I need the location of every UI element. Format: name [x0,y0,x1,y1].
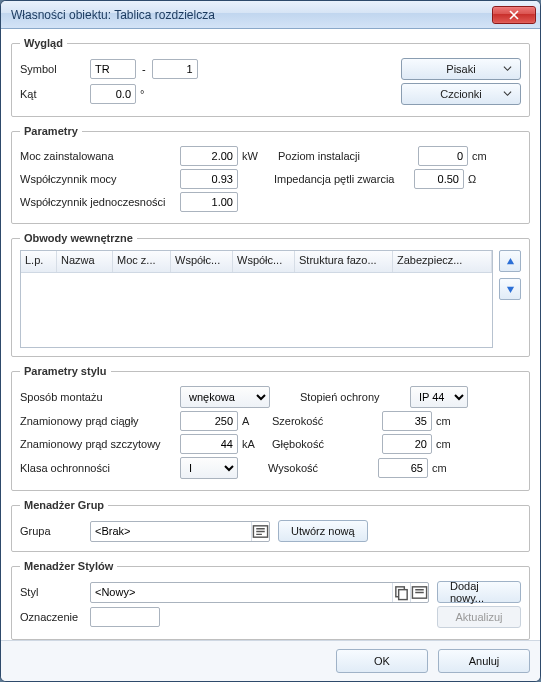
style-manager-legend: Menadżer Stylów [20,560,117,572]
dialog-footer: OK Anuluj [1,640,540,681]
fonts-button[interactable]: Czcionki [401,83,521,105]
coincidence-label: Współczynnik jednoczesności [20,196,180,208]
marking-input[interactable] [90,607,160,627]
chevron-down-icon [503,88,512,100]
create-group-button[interactable]: Utwórz nową [278,520,368,542]
peak-current-label: Znamionowy prąd szczytowy [20,438,180,450]
style-manager-group: Menadżer Stylów Styl <Nowy> Dodaj nowy..… [11,560,530,640]
depth-input[interactable] [382,434,432,454]
col-phase[interactable]: Struktura fazo... [295,251,393,272]
install-level-input[interactable] [418,146,468,166]
protection-class-label: Klasa ochronności [20,462,180,474]
arrow-up-icon [506,257,515,266]
col-coef2[interactable]: Współc... [233,251,295,272]
col-power[interactable]: Moc z... [113,251,171,272]
browse-icon[interactable] [410,583,428,602]
height-input[interactable] [378,458,428,478]
circuits-table[interactable]: L.p. Nazwa Moc z... Współc... Współc... … [20,250,493,348]
close-icon [509,10,519,20]
width-label: Szerokość [272,415,382,427]
browse-icon[interactable] [251,522,269,541]
appearance-legend: Wygląd [20,37,67,49]
mounting-label: Sposób montażu [20,391,180,403]
group-picker[interactable]: <Brak> [90,521,270,542]
install-level-unit: cm [472,150,487,162]
marking-label: Oznaczenie [20,611,90,623]
angle-input[interactable] [90,84,136,104]
rated-current-input[interactable] [180,411,238,431]
protection-degree-select[interactable]: IP 44 [410,386,468,408]
close-button[interactable] [492,6,536,24]
dialog-window: Własności obiektu: Tablica rozdzielcza W… [0,0,541,682]
svg-rect-2 [399,589,408,599]
depth-unit: cm [436,438,451,450]
group-manager-legend: Menadżer Grup [20,499,108,511]
style-value: <Nowy> [95,586,392,598]
ok-button[interactable]: OK [336,649,428,673]
symbol-number-input[interactable] [152,59,198,79]
group-manager-group: Menadżer Grup Grupa <Brak> Utwórz nową [11,499,530,552]
copy-icon[interactable] [392,583,410,602]
angle-unit: ° [140,88,144,100]
install-level-label: Poziom instalacji [278,150,418,162]
pens-button-label: Pisaki [446,63,475,75]
add-style-button[interactable]: Dodaj nowy... [437,581,521,603]
style-params-group: Parametry stylu Sposób montażu wnękowa S… [11,365,530,491]
parameters-group: Parametry Moc zainstalowana kW Poziom in… [11,125,530,224]
protection-degree-label: Stopień ochrony [300,391,410,403]
power-factor-input[interactable] [180,169,238,189]
mounting-select[interactable]: wnękowa [180,386,270,408]
window-title: Własności obiektu: Tablica rozdzielcza [11,8,492,22]
protection-class-select[interactable]: I [180,457,238,479]
rated-current-label: Znamionowy prąd ciągły [20,415,180,427]
group-value: <Brak> [95,525,251,537]
depth-label: Głębokość [272,438,382,450]
col-prot[interactable]: Zabezpiecz... [393,251,492,272]
fault-loop-label: Impedancja pętli zwarcia [274,173,414,185]
power-factor-label: Współczynnik mocy [20,173,180,185]
style-picker[interactable]: <Nowy> [90,582,429,603]
col-coef1[interactable]: Współc... [171,251,233,272]
symbol-prefix-input[interactable] [90,59,136,79]
parameters-legend: Parametry [20,125,82,137]
appearance-group: Wygląd Symbol - Pisaki Kąt ° Czcionki [11,37,530,117]
width-unit: cm [436,415,451,427]
style-label: Styl [20,586,90,598]
peak-current-unit: kA [242,438,268,450]
cancel-button[interactable]: Anuluj [438,649,530,673]
installed-power-label: Moc zainstalowana [20,150,180,162]
rated-current-unit: A [242,415,268,427]
table-header: L.p. Nazwa Moc z... Współc... Współc... … [21,251,492,273]
coincidence-input[interactable] [180,192,238,212]
circuits-group: Obwody wewnętrzne L.p. Nazwa Moc z... Ws… [11,232,530,357]
fault-loop-input[interactable] [414,169,464,189]
height-label: Wysokość [268,462,378,474]
update-style-button[interactable]: Aktualizuj [437,606,521,628]
move-up-button[interactable] [499,250,521,272]
installed-power-unit: kW [242,150,268,162]
peak-current-input[interactable] [180,434,238,454]
angle-label: Kąt [20,88,90,100]
style-params-legend: Parametry stylu [20,365,111,377]
titlebar: Własności obiektu: Tablica rozdzielcza [1,1,540,29]
height-unit: cm [432,462,447,474]
symbol-label: Symbol [20,63,90,75]
circuits-legend: Obwody wewnętrzne [20,232,137,244]
col-lp[interactable]: L.p. [21,251,57,272]
fault-loop-unit: Ω [468,173,476,185]
fonts-button-label: Czcionki [440,88,482,100]
width-input[interactable] [382,411,432,431]
move-down-button[interactable] [499,278,521,300]
installed-power-input[interactable] [180,146,238,166]
symbol-separator: - [142,63,146,75]
pens-button[interactable]: Pisaki [401,58,521,80]
chevron-down-icon [503,63,512,75]
group-label: Grupa [20,525,90,537]
col-name[interactable]: Nazwa [57,251,113,272]
arrow-down-icon [506,285,515,294]
